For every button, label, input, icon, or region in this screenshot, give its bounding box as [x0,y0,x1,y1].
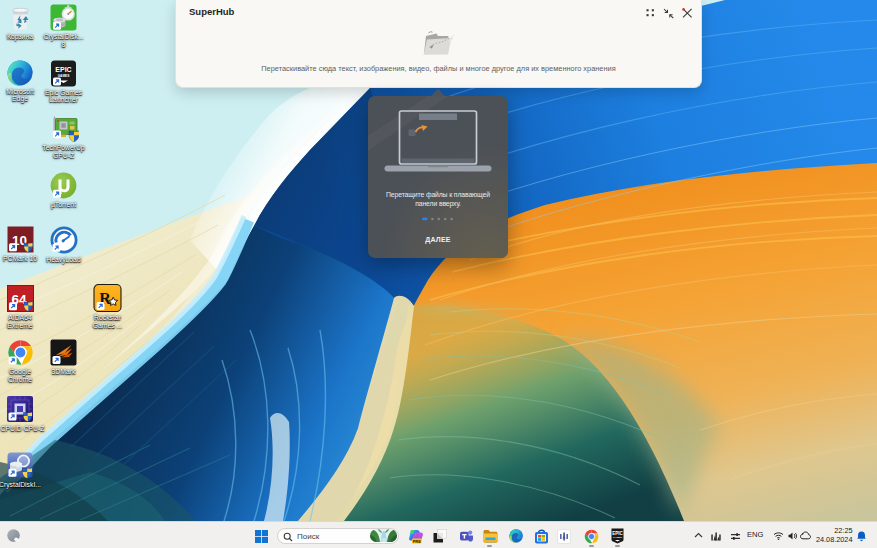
svg-text:EPIC: EPIC [55,65,71,72]
svg-text:GAMES: GAMES [613,536,622,539]
svg-text:PRE: PRE [412,538,421,543]
svg-text:GAMES: GAMES [58,73,70,77]
svg-text:EPIC: EPIC [612,531,623,536]
